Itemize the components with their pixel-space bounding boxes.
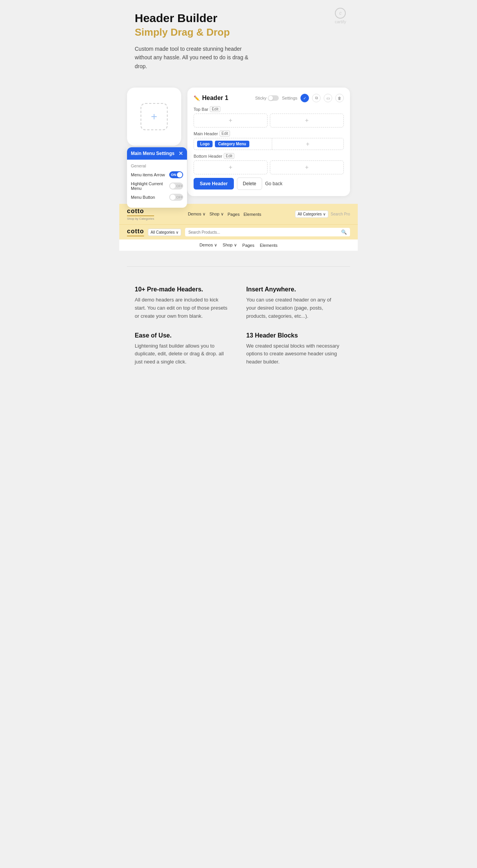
preview-bar-2-bottom: Demos ∨ Shop ∨ Pages Elements (119, 239, 358, 251)
builder-header: ✏️ Header 1 Sticky Settings ✓ ⧉ ▭ 🗑 (194, 94, 344, 102)
toggle-off-label: OFF (175, 184, 183, 188)
main-header-left: Logo Category Menu (194, 138, 272, 150)
settings-panel: Main Menu Settings ✕ General Menu items … (127, 147, 187, 208)
feature-desc-1: You can use created header on any of you… (246, 296, 342, 320)
nav-elements-1[interactable]: Elements (244, 212, 261, 217)
nav-shop-1[interactable]: Shop ∨ (209, 212, 224, 217)
top-section: c cartify Header Builder Simply Drag & D… (119, 0, 358, 88)
menu-button-toggle[interactable]: OFF (169, 194, 183, 201)
feature-item-0: 10+ Pre-made Headers. All demo headers a… (135, 286, 231, 320)
page-description: Custom made tool to create stunning head… (135, 45, 259, 71)
preview-icon-btn[interactable]: ▭ (324, 94, 332, 102)
bottom-bar-cell-right[interactable]: + (270, 160, 344, 174)
feature-title-2: Ease of Use. (135, 332, 231, 339)
brand-logo-1: cotto Shop by Categories (127, 208, 154, 220)
save-header-button[interactable]: Save Header (194, 178, 234, 189)
search-icon-2: 🔍 (341, 229, 347, 235)
sticky-toggle-thumb (268, 96, 273, 100)
categories-chevron-1: ∨ (323, 212, 326, 216)
plus-icon-main-right: + (306, 141, 309, 148)
top-bar-label: Top Bar Edit (194, 106, 344, 112)
add-new-panel[interactable]: + (127, 88, 181, 146)
cartify-logo-icon: c (335, 8, 346, 19)
bottom-bar-cell-left[interactable]: + (194, 160, 268, 174)
feature-item-2: Ease of Use. Lightening fast builder all… (135, 332, 231, 366)
bottom-header-edit-badge[interactable]: Edit (224, 153, 234, 159)
delete-icon-btn[interactable]: 🗑 (335, 94, 344, 102)
settings-close-icon[interactable]: ✕ (178, 150, 183, 157)
action-buttons: Save Header Delete Go back (194, 177, 344, 190)
categories-dropdown-2[interactable]: All Categories ∨ (148, 229, 181, 236)
top-bar-edit-badge[interactable]: Edit (210, 106, 220, 112)
sticky-toggle[interactable]: Sticky (255, 95, 279, 101)
settings-row-menu-button: Menu Button OFF (131, 194, 183, 201)
sticky-toggle-track[interactable] (268, 95, 279, 101)
brand-tagline-1: Shop by Categories (127, 217, 154, 220)
search-box-2[interactable]: 🔍 (185, 228, 350, 236)
settings-label: Settings (282, 96, 297, 100)
plus-icon-top-right: + (305, 117, 309, 124)
plus-icon-bottom-left: + (229, 164, 232, 171)
preview-bar-2: cotto All Categories ∨ 🔍 Demos ∨ Shop ∨ … (119, 224, 358, 251)
top-bar-cell-right[interactable]: + (270, 114, 344, 127)
categories-chevron-2: ∨ (176, 230, 178, 234)
settings-row-arrow: Menu items Arrow ON (131, 171, 183, 178)
pencil-icon: ✏️ (194, 95, 200, 101)
settings-icon-btn[interactable]: ✓ (300, 94, 309, 102)
categories-label-1: All Categories (298, 212, 322, 216)
menu-button-toggle-thumb (170, 195, 175, 200)
feature-desc-2: Lightening fast builder allows you to du… (135, 342, 231, 366)
nav-elements-2[interactable]: Elements (260, 243, 278, 248)
category-menu-tag[interactable]: Category Menu (215, 141, 249, 147)
nav-demos-2[interactable]: Demos ∨ (199, 243, 217, 248)
section-divider (127, 266, 350, 267)
menu-items-arrow-label: Menu items Arrow (131, 172, 165, 177)
toggle-off-thumb (170, 183, 175, 189)
plus-icon-bottom-right: + (305, 164, 309, 171)
search-pro-label: Search Pro (331, 212, 350, 216)
feature-item-1: Insert Anywhere. You can use created hea… (246, 286, 342, 320)
feature-title-3: 13 Header Blocks (246, 332, 342, 339)
feature-item-3: 13 Header Blocks We created special bloc… (246, 332, 342, 366)
settings-section-title: General (131, 164, 183, 168)
sticky-label: Sticky (255, 96, 266, 100)
top-bar-cell-left[interactable]: + (194, 114, 268, 127)
nav-demos-1[interactable]: Demos ∨ (188, 212, 206, 217)
feature-title-1: Insert Anywhere. (246, 286, 342, 293)
top-bar-row: + + (194, 114, 344, 127)
toggle-on-thumb (177, 172, 182, 177)
add-box-icon[interactable]: + (141, 103, 168, 130)
page-subtitle: Simply Drag & Drop (135, 26, 342, 38)
builder-panel: ✏️ Header 1 Sticky Settings ✓ ⧉ ▭ 🗑 Top … (187, 88, 350, 196)
nav-pages-1[interactable]: Pages (228, 212, 240, 217)
main-header-label: Main Header Edit (194, 131, 344, 136)
delete-button[interactable]: Delete (237, 177, 262, 190)
categories-label-2: All Categories (151, 230, 175, 234)
preview-bar-2-top: cotto All Categories ∨ 🔍 (119, 225, 358, 239)
feature-desc-0: All demo headers are included to kick st… (135, 296, 231, 320)
logo-tag[interactable]: Logo (197, 141, 213, 147)
brand-logo-2: cotto (127, 228, 144, 236)
brand-underline-2 (127, 236, 144, 236)
settings-body: General Menu items Arrow ON Highlight Cu… (127, 160, 187, 208)
highlight-current-toggle[interactable]: OFF (169, 183, 183, 189)
search-input-2[interactable] (188, 230, 339, 234)
brand-name-2: cotto (127, 228, 144, 235)
settings-panel-header: Main Menu Settings ✕ (127, 147, 187, 160)
settings-row-highlight: Highlight Current Menu OFF (131, 181, 183, 191)
menu-items-arrow-toggle[interactable]: ON (169, 171, 183, 178)
nav-pages-2[interactable]: Pages (242, 243, 254, 248)
settings-panel-title: Main Menu Settings (131, 151, 175, 156)
cartify-logo: c cartify (335, 8, 346, 24)
main-header-right[interactable]: + (272, 138, 344, 150)
brand-underline-1 (127, 215, 154, 216)
categories-dropdown-1[interactable]: All Categories ∨ (295, 210, 328, 218)
nav-shop-2[interactable]: Shop ∨ (223, 243, 237, 248)
duplicate-icon-btn[interactable]: ⧉ (312, 94, 321, 102)
builder-title-text[interactable]: Header 1 (202, 95, 228, 102)
builder-controls: Sticky Settings ✓ ⧉ ▭ 🗑 (255, 94, 344, 102)
features-section: 10+ Pre-made Headers. All demo headers a… (119, 278, 358, 382)
go-back-button[interactable]: Go back (265, 181, 283, 186)
main-header-edit-badge[interactable]: Edit (220, 131, 230, 136)
bottom-header-label: Bottom Header Edit (194, 153, 344, 159)
